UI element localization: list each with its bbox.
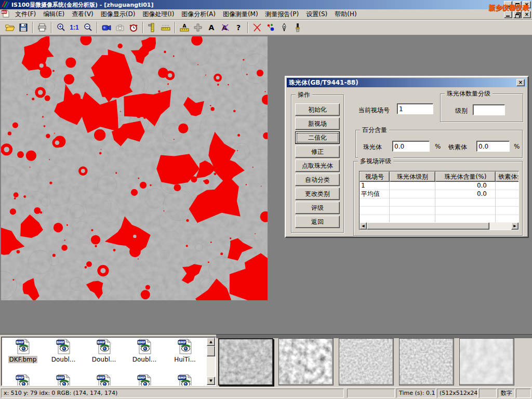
op-button-7[interactable]: 评级 [295, 202, 340, 214]
scrollbar-thumb[interactable] [367, 222, 489, 230]
mdi-minimize-button[interactable] [504, 11, 512, 18]
bottom-panel: ▲ ▼ BMPDKF.bmpBMPDoubl...BMPDoubl...BMPD… [0, 334, 532, 387]
file-item-1[interactable]: BMPDoubl... [44, 339, 83, 365]
bmp-file-icon: BMP [96, 374, 112, 386]
maximize-button[interactable] [513, 1, 522, 8]
table-row-0[interactable]: 10.0 [360, 182, 518, 190]
file-item-0[interactable]: BMPDKF.bmp [4, 339, 42, 365]
help-button[interactable]: ? [232, 21, 245, 34]
alarm-clock-button[interactable] [127, 21, 140, 34]
operations-legend: 操作 [296, 91, 312, 98]
thumbnail-2[interactable] [278, 338, 334, 385]
op-button-6[interactable]: 更改类别 [295, 188, 340, 200]
table-header-2[interactable]: 珠光体含量(%) [435, 171, 496, 182]
table-cell [496, 207, 519, 215]
scroll-up-button[interactable]: ▲ [207, 338, 215, 346]
text-style-button[interactable]: A [218, 21, 232, 34]
open-folder-button[interactable] [3, 21, 17, 34]
op-button-0[interactable]: 初始化 [295, 103, 340, 116]
dialog-close-button[interactable]: × [516, 79, 525, 86]
pen-button[interactable] [277, 21, 291, 34]
svg-text:DOC: DOC [2, 11, 8, 14]
specimen-image[interactable] [1, 36, 268, 300]
caliper-button[interactable] [145, 21, 159, 34]
minimize-button[interactable] [504, 1, 512, 8]
actual-size-button[interactable]: 1:1 [68, 21, 81, 34]
dialog-title-bar[interactable]: 珠光体(GB/T9441-88) × [287, 78, 527, 87]
svg-text:BMP: BMP [16, 376, 24, 379]
text-annotation-button[interactable]: A [205, 21, 218, 34]
menu-item-4[interactable]: 图像处理(I) [139, 9, 178, 20]
pearlite-percent-input[interactable] [392, 141, 430, 152]
op-button-8[interactable]: 返回 [295, 216, 340, 228]
scroll-right-button[interactable]: ▶ [511, 222, 518, 230]
current-view-input[interactable] [397, 103, 433, 114]
menu-item-6[interactable]: 图像测量(M) [219, 9, 262, 20]
file-browser-scrollbar[interactable]: ▲ ▼ [207, 338, 215, 385]
ferrite-percent-input[interactable] [476, 141, 510, 152]
brush-button[interactable] [291, 21, 304, 34]
menu-item-5[interactable]: 图像分析(A) [178, 9, 219, 20]
print-button[interactable] [35, 21, 49, 34]
svg-text:A: A [209, 23, 215, 32]
thumbnail-1[interactable] [218, 338, 273, 385]
scroll-down-button[interactable]: ▼ [207, 377, 215, 385]
toolbar-separator [51, 22, 52, 33]
camera-button[interactable] [113, 21, 127, 34]
measure-text-button[interactable]: A [178, 21, 191, 34]
menu-item-1[interactable]: 编辑(E) [39, 9, 68, 20]
ruler-button[interactable] [159, 21, 172, 34]
menu-item-0[interactable]: 文件(F) [11, 9, 39, 20]
table-header-0[interactable]: 视场号 [360, 171, 390, 182]
file-item-row2-3[interactable]: BMP [125, 374, 164, 386]
menu-item-7[interactable]: 测量报告(P) [262, 9, 303, 20]
op-button-1[interactable]: 新视场 [295, 117, 340, 130]
file-item-4[interactable]: BMPHuiTi... [166, 339, 204, 365]
close-button[interactable]: × [523, 1, 531, 8]
move-cross-button[interactable] [191, 21, 205, 34]
save-button[interactable] [17, 21, 30, 34]
zoom-in-button[interactable] [54, 21, 68, 34]
menu-item-8[interactable]: 设置(S) [302, 9, 331, 20]
file-item-row2-2[interactable]: BMP [85, 374, 123, 386]
menu-item-9[interactable]: 帮助(H) [331, 9, 360, 20]
file-item-3[interactable]: BMPDoubl... [125, 339, 164, 365]
current-view-label: 当前视场号 [358, 106, 390, 115]
table-header-1[interactable]: 珠光体级别 [390, 171, 435, 182]
thumbnail-4[interactable] [399, 338, 454, 385]
video-camera-button[interactable] [100, 21, 113, 34]
op-button-4[interactable]: 点取珠光体 [295, 159, 340, 172]
curve-measure-button[interactable] [250, 21, 264, 34]
op-button-3[interactable]: 修正 [295, 145, 340, 158]
menu-item-2[interactable]: 查看(V) [68, 9, 97, 20]
table-row-3[interactable] [360, 207, 518, 215]
toolbar: 1:1 A A A [0, 20, 532, 35]
table-cell [390, 198, 435, 207]
op-button-5[interactable]: 自动分类 [295, 174, 340, 186]
mdi-restore-button[interactable] [513, 11, 522, 18]
file-item-row2-1[interactable]: BMP [44, 374, 83, 386]
svg-text:BMP: BMP [97, 376, 105, 379]
dialog-client: 操作 初始化新视场二值化修正点取珠光体自动分类更改类别评级返回 当前视场号 珠光… [287, 87, 527, 236]
scrollbar-thumb[interactable] [207, 346, 215, 356]
pearlite-label: 珠光体 [363, 143, 382, 152]
file-item-row2-4[interactable]: BMP [166, 374, 204, 386]
toolbar-separator [97, 22, 98, 33]
menu-item-3[interactable]: 图像显示(D) [97, 9, 139, 20]
table-row-2[interactable] [360, 198, 518, 207]
bmp-file-icon: BMP [96, 339, 112, 354]
table-row-1[interactable]: 平均值0.0 [360, 190, 518, 198]
file-item-2[interactable]: BMPDoubl... [85, 339, 123, 365]
scroll-left-button[interactable]: ◀ [360, 222, 367, 230]
file-item-row2-0[interactable]: BMP [4, 374, 42, 386]
table-header-3[interactable]: 铁素体含量(%) [496, 171, 519, 182]
thumbnail-5[interactable] [459, 338, 514, 385]
zoom-out-button[interactable] [81, 21, 95, 34]
percentage-group: 百分含量 珠光体 % 铁素体 % [355, 130, 523, 158]
level-input[interactable] [473, 104, 505, 115]
thumbnail-3[interactable] [339, 338, 394, 385]
table-horizontal-scrollbar[interactable]: ◀ ▶ [360, 222, 518, 230]
mdi-close-button[interactable]: × [523, 11, 531, 18]
color-classify-button[interactable] [264, 21, 277, 34]
op-button-2[interactable]: 二值化 [295, 131, 340, 144]
